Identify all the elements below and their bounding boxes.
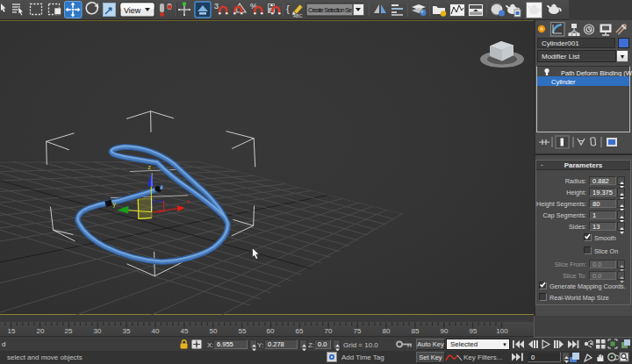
svg-text:3: 3 <box>214 2 219 11</box>
svg-text:View: View <box>124 6 141 15</box>
svg-text:x: x <box>187 198 190 204</box>
svg-text:+: + <box>591 339 593 344</box>
svg-text:Y:: Y: <box>257 341 263 349</box>
svg-text:Grid = 10.0: Grid = 10.0 <box>343 341 378 349</box>
svg-text:ABC: ABC <box>293 13 303 18</box>
svg-text:y: y <box>113 201 117 208</box>
svg-text:{: { <box>286 4 290 14</box>
svg-text:z: z <box>148 164 152 170</box>
svg-text:Create Selection Se: Create Selection Se <box>308 6 352 14</box>
